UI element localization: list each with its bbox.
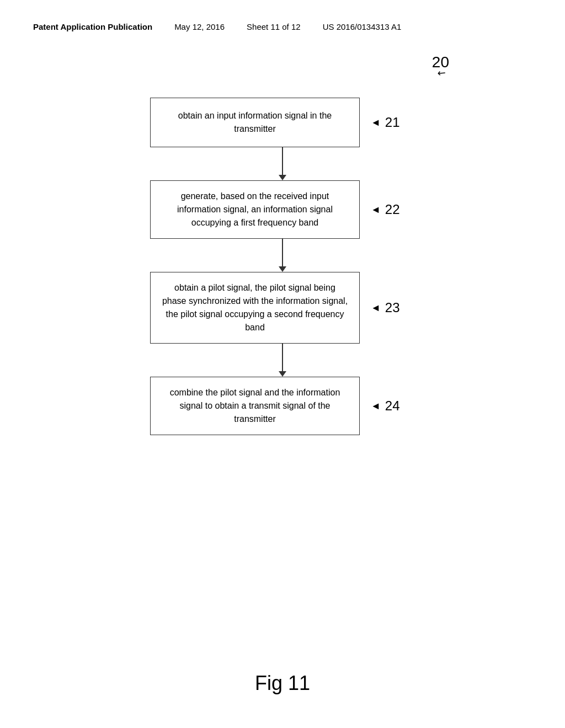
step-label-22: ◄ 22: [371, 202, 415, 217]
connector-arrow-3: [279, 371, 286, 377]
step-row-21: obtain an input information signal in th…: [33, 98, 532, 147]
step-23-text: obtain a pilot signal, the pilot signal …: [162, 281, 348, 334]
step-row-22: generate, based on the received input in…: [33, 180, 532, 239]
publication-date: May 12, 2016: [174, 22, 225, 31]
step-box-21: obtain an input information signal in th…: [150, 98, 360, 147]
connector-line-3: [282, 344, 283, 371]
flow-diagram: 20 ↙ obtain an input information signal …: [33, 65, 532, 435]
step-21-text: obtain an input information signal in th…: [162, 109, 348, 136]
connector-line-1: [282, 147, 283, 175]
connector-line-2: [282, 239, 283, 266]
step-row-24: combine the pilot signal and the informa…: [33, 377, 532, 435]
publication-title: Patent Application Publication: [33, 22, 152, 31]
publication-patent: US 2016/0134313 A1: [323, 22, 402, 31]
connector-arrow-1: [279, 175, 286, 180]
step-22-number: 22: [385, 202, 400, 217]
connector-3: [279, 344, 286, 377]
flow-number-container: 20 ↙: [432, 53, 449, 79]
step-row-23: obtain a pilot signal, the pilot signal …: [33, 272, 532, 344]
page: Patent Application Publication May 12, 2…: [0, 0, 565, 728]
connector-arrow-2: [279, 266, 286, 272]
publication-sheet: Sheet 11 of 12: [247, 22, 301, 31]
flow-steps: obtain an input information signal in th…: [33, 98, 532, 435]
step-label-24: ◄ 24: [371, 398, 415, 414]
step-box-23: obtain a pilot signal, the pilot signal …: [150, 272, 360, 344]
step-23-arrow-icon: ◄: [371, 302, 381, 314]
step-22-text: generate, based on the received input in…: [162, 190, 348, 229]
connector-2: [279, 239, 286, 272]
step-22-arrow-icon: ◄: [371, 204, 381, 216]
step-24-text: combine the pilot signal and the informa…: [162, 386, 348, 426]
step-box-22: generate, based on the received input in…: [150, 180, 360, 239]
step-label-23: ◄ 23: [371, 300, 415, 315]
step-21-number: 21: [385, 115, 400, 130]
step-21-arrow-icon: ◄: [371, 117, 381, 129]
step-24-arrow-icon: ◄: [371, 400, 381, 412]
step-box-24: combine the pilot signal and the informa…: [150, 377, 360, 435]
fig-caption: Fig 11: [0, 672, 565, 695]
header: Patent Application Publication May 12, 2…: [33, 22, 532, 31]
connector-1: [279, 147, 286, 180]
step-23-number: 23: [385, 300, 400, 315]
step-24-number: 24: [385, 398, 400, 414]
step-label-21: ◄ 21: [371, 115, 415, 130]
